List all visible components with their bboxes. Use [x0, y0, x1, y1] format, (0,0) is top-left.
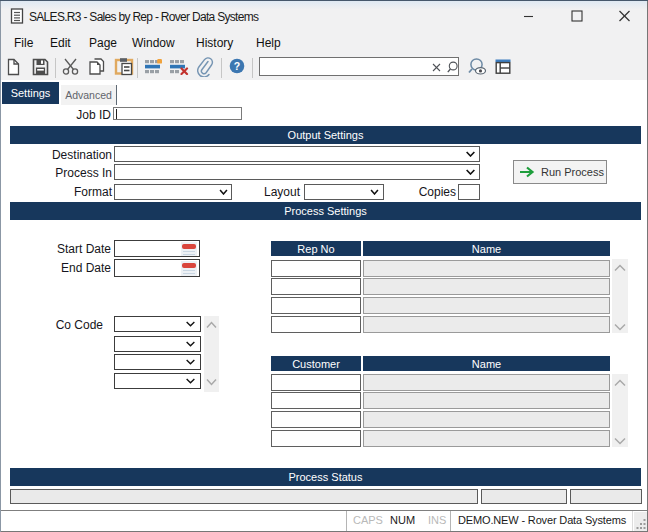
svg-text:?: ?	[234, 60, 240, 72]
